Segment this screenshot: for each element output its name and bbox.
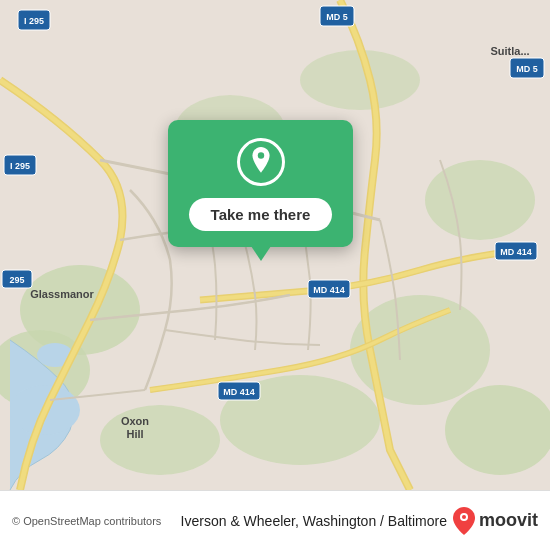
svg-point-7 — [445, 385, 550, 475]
location-label: Iverson & Wheeler, Washington / Baltimor… — [181, 513, 447, 529]
svg-point-34 — [462, 515, 466, 519]
moovit-pin-icon — [453, 507, 475, 535]
take-me-there-button[interactable]: Take me there — [189, 198, 333, 231]
moovit-wordmark: moovit — [479, 510, 538, 531]
bottom-bar: © OpenStreetMap contributors Iverson & W… — [0, 490, 550, 550]
svg-text:I 295: I 295 — [24, 16, 44, 26]
svg-text:Hill: Hill — [126, 428, 143, 440]
svg-text:MD 414: MD 414 — [500, 247, 532, 257]
svg-point-3 — [425, 160, 535, 240]
svg-text:Glassmanor: Glassmanor — [30, 288, 94, 300]
svg-text:MD 5: MD 5 — [326, 12, 348, 22]
svg-text:295: 295 — [9, 275, 24, 285]
svg-text:I 295: I 295 — [10, 161, 30, 171]
attribution-text: © OpenStreetMap contributors — [12, 515, 175, 527]
svg-text:Oxon: Oxon — [121, 415, 149, 427]
map-container: I 295 I 295 295 MD 5 MD 5 MD 414 MD 414 … — [0, 0, 550, 490]
svg-point-32 — [257, 152, 263, 158]
pin-icon — [248, 147, 274, 177]
svg-text:MD 414: MD 414 — [313, 285, 345, 295]
moovit-logo: moovit — [453, 507, 538, 535]
location-popup: Take me there — [168, 120, 353, 247]
svg-point-6 — [100, 405, 220, 475]
svg-text:MD 414: MD 414 — [223, 387, 255, 397]
svg-text:Suitla...: Suitla... — [490, 45, 529, 57]
location-icon-circle — [237, 138, 285, 186]
svg-text:MD 5: MD 5 — [516, 64, 538, 74]
